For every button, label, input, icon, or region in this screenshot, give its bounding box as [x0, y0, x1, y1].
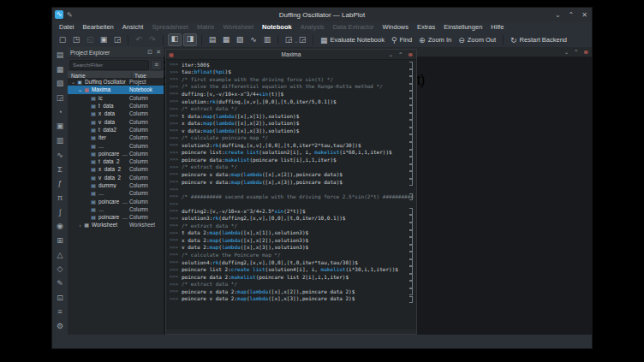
code-line[interactable]: >>>poincare_data:makelist(poincare_list[… [166, 156, 416, 163]
find-button[interactable]: ⚲Find [391, 36, 412, 45]
new-project-icon[interactable]: ▢ [57, 34, 69, 45]
tree-item--[interactable]: ▤…Column [68, 141, 164, 149]
new-notebook-dropdown-icon[interactable]: ◲⌄ [283, 34, 295, 45]
search-input[interactable] [69, 60, 149, 70]
menu-notebook[interactable]: Notebook [258, 23, 296, 31]
list-icon[interactable]: ≡ [55, 306, 66, 317]
filter-options-button[interactable]: ≡ [151, 60, 162, 70]
code-line[interactable]: >>>solution2:rk(duffing,[x,v],[0,0],[t,0… [166, 141, 416, 149]
code-line[interactable]: >>>v_data_2:map(lambda([x],x[3]),solutio… [166, 244, 416, 252]
code-line[interactable]: >>>/* calculate the Poincare map */ [166, 251, 416, 258]
code-line[interactable]: >>>poincare_x_data_2:map(lambda([x],x[2]… [166, 288, 416, 295]
tree-expander-icon[interactable]: ⌄ [77, 86, 83, 92]
tree-item-worksheet[interactable]: ›▦WorksheetWorksheet [68, 221, 164, 228]
box-icon[interactable]: ⊡ [55, 293, 66, 304]
tree-item-t-data[interactable]: ▤t_dataColumn [68, 102, 164, 110]
code-line[interactable]: >>>solution4:rk(duffing2,[x,v],[0,0],[t,… [166, 258, 416, 266]
notebook-minimize-button[interactable]: ⌄ [389, 51, 393, 58]
tree-item-poincare-v-data2[interactable]: ▤poincare_v_data2Column [68, 150, 164, 157]
notebook-close-button[interactable]: ⊗ [408, 51, 413, 58]
code-line[interactable]: >>>solution:rk(duffing,[x,v],[0,0],[t,0,… [166, 98, 416, 105]
open-project-icon[interactable]: ◳ [70, 34, 82, 45]
tree-item-dummy[interactable]: ▤dummyColumn [68, 181, 164, 189]
evaluate-notebook-button[interactable]: ▦Evaluate Notebook [320, 36, 385, 45]
grid-icon[interactable]: ⊞ [55, 235, 66, 246]
new-spreadsheet-icon[interactable]: ▤ [206, 34, 218, 45]
code-line[interactable]: >>> [166, 185, 416, 193]
tree-item-ic[interactable]: ▤icColumn [68, 94, 164, 102]
tree-item-x-data-2[interactable]: ▤x_data_2Column [68, 165, 164, 173]
minimize-button[interactable]: ⌄ [555, 11, 561, 19]
notebook-icon[interactable]: ◲ [296, 34, 308, 45]
code-line[interactable]: >>>tau:bfloat(%pi)$ [166, 68, 416, 76]
code-line[interactable]: >>>poincare_list_2:create_list(solution4… [166, 265, 416, 273]
worksheet-icon[interactable]: ▧ [55, 78, 66, 89]
worksheet-minimize-button[interactable]: ⌄ [564, 49, 569, 56]
edit-icon[interactable]: ✎ [55, 278, 66, 289]
code-line[interactable]: >>>poincare_v_data_2:map(lambda([x],x[3]… [166, 295, 416, 303]
menu-einstellungen[interactable]: Einstellungen [439, 23, 486, 31]
notebook-maximize-button[interactable]: ⌃ [398, 51, 402, 58]
tree-item-poincare-v-data[interactable]: ▤poincare_v_dataColumn [68, 197, 164, 205]
code-line[interactable]: >>>iter:500$ [166, 61, 416, 68]
pi-icon[interactable]: π [55, 193, 66, 204]
titlebar[interactable]: ∿ ✎ Duffing Oscillator — LabPlot ⌄ ⌃ ✕ [52, 8, 592, 22]
code-line[interactable]: >>> [166, 199, 416, 207]
code-line[interactable]: >>>/* solve the differential equation wi… [166, 83, 416, 91]
function-icon[interactable]: ƒ [55, 178, 66, 189]
notebook-icon[interactable]: ◲ [55, 92, 66, 104]
zoom-in-button[interactable]: ⊕Zoom In [419, 36, 451, 45]
diamond-icon[interactable]: ◇ [55, 264, 66, 275]
code-line[interactable]: >>>/* extract data */ [166, 104, 416, 112]
code-line[interactable]: >>>poincare_data_2:makelist(poincare_lis… [166, 273, 416, 281]
code-line[interactable]: >>>/* extract data */ [166, 222, 416, 229]
code-line[interactable]: >>>/* ########## second example with the… [166, 193, 416, 200]
code-line[interactable]: >>>v_data:map(lambda([x],x[3]),solution)… [166, 127, 416, 134]
tree-item-v-data[interactable]: ▤v_dataColumn [68, 117, 164, 125]
new-matrix-icon[interactable]: ▦ [220, 34, 232, 45]
close-button[interactable]: ✕ [581, 11, 587, 19]
code-line[interactable]: >>>/* calculate poincare map */ [166, 134, 416, 141]
tree-item--[interactable]: ▤…Column [68, 205, 164, 213]
notebook-code-area[interactable]: >>>iter:500$>>>tau:bfloat(%pi)$>>>/* fir… [166, 59, 416, 329]
spreadsheet-icon[interactable]: ▤ [55, 50, 66, 61]
tree-item-x-data[interactable]: ▤x_dataColumn [68, 110, 164, 117]
code-line[interactable]: >>>poincare_v_data:map(lambda([x],x[3]),… [166, 178, 416, 186]
zoom-out-button[interactable]: ⊖Zoom Out [458, 36, 496, 45]
code-line[interactable]: >>>poincare_list:create_list(solution2[i… [166, 149, 416, 157]
code-line[interactable]: >>>poincare_x_data:map(lambda([x],x[2]),… [166, 170, 416, 178]
note-icon[interactable]: ▥ [55, 135, 66, 146]
new-note-icon[interactable]: ▥ [261, 34, 273, 45]
point-icon[interactable]: ◉ [55, 221, 66, 232]
toggle-properties-icon[interactable]: ◨ [183, 33, 197, 46]
tree-item-t-data2[interactable]: ▤t_data2Column [68, 126, 164, 134]
new-worksheet-icon[interactable]: ▧ [234, 34, 246, 45]
menu-extras[interactable]: Extras [413, 23, 439, 31]
code-line[interactable]: >>>duffing2:[v,-v/10+x-x^3/4+2.5*sin(2*t… [166, 207, 416, 215]
matrix-icon[interactable]: ▦ [55, 64, 66, 75]
tree-item-poincare-v-data-2[interactable]: ▤poincare_v_data_2Column [68, 213, 164, 221]
code-line[interactable]: >>>t_data:map(lambda([x],x[1]),solution)… [166, 112, 416, 120]
export-icon[interactable]: ◲ [111, 34, 123, 45]
menu-ansicht[interactable]: Ansicht [118, 23, 148, 31]
menu-hilfe[interactable]: Hilfe [486, 23, 508, 31]
tree-item--[interactable]: ▤…Column [68, 189, 164, 197]
menu-windows[interactable]: Windows [379, 23, 413, 31]
curve-icon[interactable]: ∿ [55, 150, 66, 161]
tree-item-maxima[interactable]: ⌄▦MaximaNotebook [68, 86, 164, 93]
float-panel-icon[interactable]: ⊡ [147, 49, 152, 56]
code-line[interactable]: >>>x_data:map(lambda([x],x[2]),solution)… [166, 119, 416, 127]
tree-item-duffing-oscillator[interactable]: ⌄▣Duffing OscillatorProject [68, 78, 164, 86]
settings-icon[interactable]: ⚙ [55, 321, 66, 332]
menu-bearbeiten[interactable]: Bearbeiten [79, 23, 118, 31]
maximize-button[interactable]: ⌃ [569, 11, 575, 19]
code-line[interactable]: >>>/* extract data */ [166, 280, 416, 288]
integral-icon[interactable]: ∫ [55, 207, 66, 218]
tree-item-t-data-2[interactable]: ▤t_data_2Column [68, 157, 164, 165]
sum-icon[interactable]: Σ [55, 164, 66, 175]
code-line[interactable]: >>>x_data_2:map(lambda([x],x[2]),solutio… [166, 236, 416, 244]
tree-expander-icon[interactable]: › [77, 223, 83, 228]
folder-icon[interactable]: ▣ [55, 121, 66, 132]
tree-item-iter[interactable]: ▤iterColumn [68, 134, 164, 141]
notebook-hscrollbar[interactable] [166, 329, 416, 334]
